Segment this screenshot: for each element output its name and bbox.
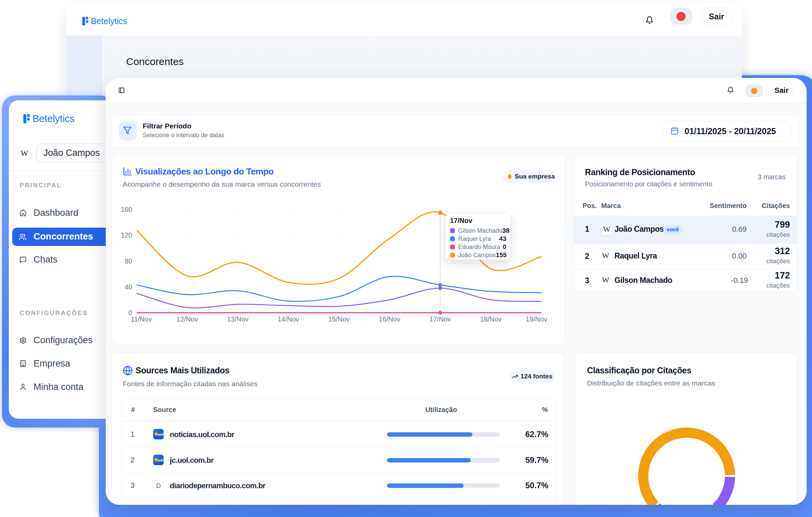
svg-text:80: 80 [125,257,132,265]
svg-text:19/Nov: 19/Nov [526,315,547,323]
svg-text:17/Nov: 17/Nov [429,315,451,323]
svg-text:160: 160 [121,206,132,213]
svg-text:16/Nov: 16/Nov [379,315,400,323]
svg-text:40: 40 [125,283,132,291]
svg-text:14/Nov: 14/Nov [278,315,299,323]
svg-text:uol: uol [158,458,163,462]
svg-text:uol: uol [158,432,163,436]
svg-text:12/Nov: 12/Nov [177,315,198,323]
svg-text:18/Nov: 18/Nov [480,315,501,323]
svg-text:13/Nov: 13/Nov [227,315,248,323]
svg-text:120: 120 [121,231,132,239]
svg-text:11/Nov: 11/Nov [131,315,152,323]
svg-text:15/Nov: 15/Nov [328,315,350,323]
